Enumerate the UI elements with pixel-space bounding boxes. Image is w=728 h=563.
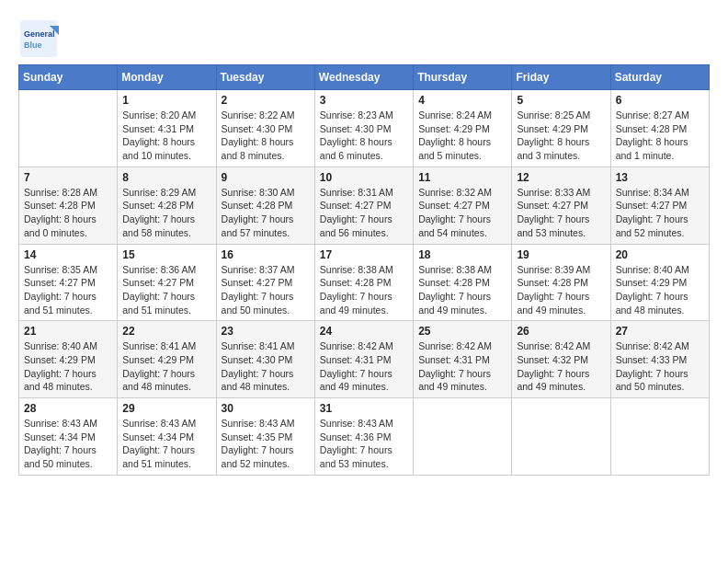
day-info: Sunrise: 8:38 AM Sunset: 4:28 PM Dayligh…: [418, 263, 506, 317]
day-info: Sunrise: 8:32 AM Sunset: 4:27 PM Dayligh…: [418, 186, 506, 240]
day-info: Sunrise: 8:34 AM Sunset: 4:27 PM Dayligh…: [616, 186, 704, 240]
day-info: Sunrise: 8:24 AM Sunset: 4:29 PM Dayligh…: [418, 109, 506, 163]
day-number: 14: [24, 248, 112, 261]
calendar-cell: 23Sunrise: 8:41 AM Sunset: 4:30 PM Dayli…: [216, 321, 314, 398]
calendar-cell: 9Sunrise: 8:30 AM Sunset: 4:28 PM Daylig…: [216, 167, 314, 244]
day-info: Sunrise: 8:42 AM Sunset: 4:33 PM Dayligh…: [616, 339, 704, 394]
calendar-cell: 1Sunrise: 8:20 AM Sunset: 4:31 PM Daylig…: [118, 90, 216, 167]
calendar-cell: 24Sunrise: 8:42 AM Sunset: 4:31 PM Dayli…: [314, 321, 413, 398]
day-number: 2: [222, 94, 310, 107]
header-sunday: Sunday: [19, 65, 118, 90]
day-info: Sunrise: 8:33 AM Sunset: 4:27 PM Dayligh…: [517, 186, 605, 240]
day-info: Sunrise: 8:20 AM Sunset: 4:31 PM Dayligh…: [122, 109, 210, 163]
calendar-cell: 16Sunrise: 8:37 AM Sunset: 4:27 PM Dayli…: [216, 244, 314, 321]
day-info: Sunrise: 8:31 AM Sunset: 4:27 PM Dayligh…: [320, 186, 408, 240]
calendar-header-row: SundayMondayTuesdayWednesdayThursdayFrid…: [19, 65, 710, 90]
header-wednesday: Wednesday: [314, 65, 413, 90]
logo-icon: General Blue: [18, 18, 55, 55]
day-number: 23: [222, 325, 310, 338]
day-info: Sunrise: 8:42 AM Sunset: 4:31 PM Dayligh…: [418, 339, 506, 394]
day-info: Sunrise: 8:43 AM Sunset: 4:34 PM Dayligh…: [24, 417, 112, 471]
day-number: 9: [222, 171, 310, 184]
logo: General Blue: [18, 18, 59, 55]
day-number: 24: [320, 325, 408, 338]
day-number: 30: [222, 402, 310, 415]
day-info: Sunrise: 8:42 AM Sunset: 4:32 PM Dayligh…: [517, 339, 605, 394]
day-number: 26: [517, 325, 605, 338]
calendar-cell: 28Sunrise: 8:43 AM Sunset: 4:34 PM Dayli…: [19, 398, 118, 476]
day-number: 16: [222, 248, 310, 261]
calendar-cell: 30Sunrise: 8:43 AM Sunset: 4:35 PM Dayli…: [216, 398, 314, 476]
day-info: Sunrise: 8:27 AM Sunset: 4:28 PM Dayligh…: [616, 109, 704, 163]
day-number: 15: [122, 248, 210, 261]
day-info: Sunrise: 8:37 AM Sunset: 4:27 PM Dayligh…: [222, 263, 310, 317]
calendar-cell: 15Sunrise: 8:36 AM Sunset: 4:27 PM Dayli…: [118, 244, 216, 321]
day-number: 29: [122, 402, 210, 415]
day-number: 22: [122, 325, 210, 338]
calendar-cell: 8Sunrise: 8:29 AM Sunset: 4:28 PM Daylig…: [118, 167, 216, 244]
calendar-cell: 3Sunrise: 8:23 AM Sunset: 4:30 PM Daylig…: [314, 90, 413, 167]
calendar-cell: [414, 398, 512, 476]
day-info: Sunrise: 8:25 AM Sunset: 4:29 PM Dayligh…: [517, 109, 605, 163]
day-info: Sunrise: 8:36 AM Sunset: 4:27 PM Dayligh…: [122, 263, 210, 317]
day-number: 18: [418, 248, 506, 261]
calendar-cell: 13Sunrise: 8:34 AM Sunset: 4:27 PM Dayli…: [610, 167, 709, 244]
calendar-cell: 20Sunrise: 8:40 AM Sunset: 4:29 PM Dayli…: [610, 244, 709, 321]
calendar-cell: [19, 90, 118, 167]
calendar-cell: 29Sunrise: 8:43 AM Sunset: 4:34 PM Dayli…: [118, 398, 216, 476]
day-number: 8: [122, 171, 210, 184]
calendar-cell: 14Sunrise: 8:35 AM Sunset: 4:27 PM Dayli…: [19, 244, 118, 321]
day-info: Sunrise: 8:35 AM Sunset: 4:27 PM Dayligh…: [24, 263, 112, 317]
svg-text:General: General: [24, 29, 55, 39]
calendar: SundayMondayTuesdayWednesdayThursdayFrid…: [18, 64, 710, 476]
header-thursday: Thursday: [414, 65, 512, 90]
day-number: 27: [616, 325, 704, 338]
calendar-cell: 26Sunrise: 8:42 AM Sunset: 4:32 PM Dayli…: [512, 321, 610, 398]
day-info: Sunrise: 8:40 AM Sunset: 4:29 PM Dayligh…: [24, 339, 112, 394]
day-info: Sunrise: 8:41 AM Sunset: 4:29 PM Dayligh…: [122, 339, 210, 394]
calendar-week-row: 7Sunrise: 8:28 AM Sunset: 4:28 PM Daylig…: [19, 167, 710, 244]
calendar-cell: 27Sunrise: 8:42 AM Sunset: 4:33 PM Dayli…: [610, 321, 709, 398]
day-number: 10: [320, 171, 408, 184]
day-info: Sunrise: 8:28 AM Sunset: 4:28 PM Dayligh…: [24, 186, 112, 240]
day-info: Sunrise: 8:43 AM Sunset: 4:36 PM Dayligh…: [320, 417, 408, 471]
calendar-cell: 6Sunrise: 8:27 AM Sunset: 4:28 PM Daylig…: [610, 90, 709, 167]
day-info: Sunrise: 8:41 AM Sunset: 4:30 PM Dayligh…: [222, 339, 310, 394]
calendar-week-row: 1Sunrise: 8:20 AM Sunset: 4:31 PM Daylig…: [19, 90, 710, 167]
day-number: 25: [418, 325, 506, 338]
day-number: 6: [616, 94, 704, 107]
day-number: 1: [122, 94, 210, 107]
day-info: Sunrise: 8:42 AM Sunset: 4:31 PM Dayligh…: [320, 339, 408, 394]
day-number: 20: [616, 248, 704, 261]
calendar-cell: 25Sunrise: 8:42 AM Sunset: 4:31 PM Dayli…: [414, 321, 512, 398]
svg-text:Blue: Blue: [24, 40, 42, 50]
day-number: 19: [517, 248, 605, 261]
calendar-cell: 2Sunrise: 8:22 AM Sunset: 4:30 PM Daylig…: [216, 90, 314, 167]
day-number: 12: [517, 171, 605, 184]
calendar-cell: 12Sunrise: 8:33 AM Sunset: 4:27 PM Dayli…: [512, 167, 610, 244]
header-tuesday: Tuesday: [216, 65, 314, 90]
calendar-cell: 5Sunrise: 8:25 AM Sunset: 4:29 PM Daylig…: [512, 90, 610, 167]
day-number: 13: [616, 171, 704, 184]
page-header: General Blue: [18, 18, 710, 55]
day-number: 31: [320, 402, 408, 415]
calendar-cell: 4Sunrise: 8:24 AM Sunset: 4:29 PM Daylig…: [414, 90, 512, 167]
calendar-week-row: 14Sunrise: 8:35 AM Sunset: 4:27 PM Dayli…: [19, 244, 710, 321]
calendar-cell: 31Sunrise: 8:43 AM Sunset: 4:36 PM Dayli…: [314, 398, 413, 476]
header-monday: Monday: [118, 65, 216, 90]
day-info: Sunrise: 8:23 AM Sunset: 4:30 PM Dayligh…: [320, 109, 408, 163]
calendar-cell: 11Sunrise: 8:32 AM Sunset: 4:27 PM Dayli…: [414, 167, 512, 244]
day-number: 3: [320, 94, 408, 107]
day-number: 4: [418, 94, 506, 107]
day-number: 11: [418, 171, 506, 184]
calendar-cell: 21Sunrise: 8:40 AM Sunset: 4:29 PM Dayli…: [19, 321, 118, 398]
calendar-cell: [512, 398, 610, 476]
calendar-cell: 17Sunrise: 8:38 AM Sunset: 4:28 PM Dayli…: [314, 244, 413, 321]
header-saturday: Saturday: [610, 65, 709, 90]
day-info: Sunrise: 8:39 AM Sunset: 4:28 PM Dayligh…: [517, 263, 605, 317]
day-info: Sunrise: 8:22 AM Sunset: 4:30 PM Dayligh…: [222, 109, 310, 163]
header-friday: Friday: [512, 65, 610, 90]
calendar-week-row: 28Sunrise: 8:43 AM Sunset: 4:34 PM Dayli…: [19, 398, 710, 476]
day-number: 7: [24, 171, 112, 184]
day-number: 21: [24, 325, 112, 338]
